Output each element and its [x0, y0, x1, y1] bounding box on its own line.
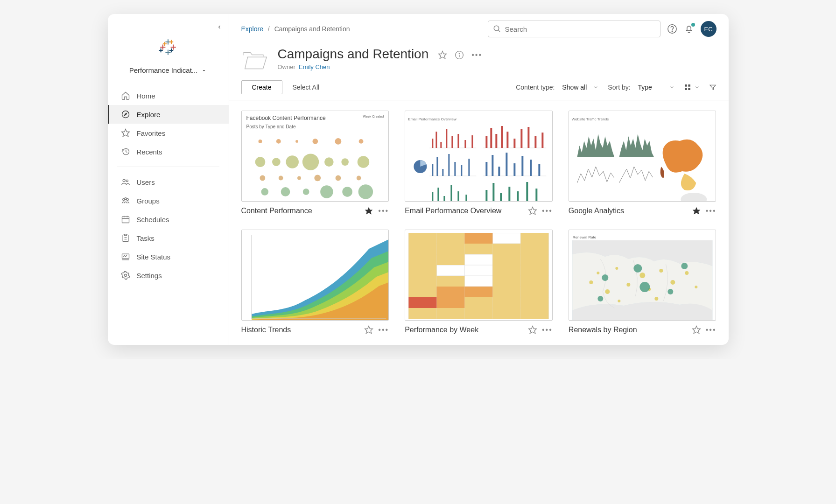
favorite-toggle[interactable] — [528, 325, 537, 335]
svg-line-38 — [498, 30, 500, 32]
svg-point-37 — [494, 26, 499, 31]
create-button[interactable]: Create — [241, 80, 282, 94]
sort-by-selector[interactable]: Sort by: Type — [608, 84, 674, 91]
svg-point-196 — [695, 286, 697, 288]
svg-marker-128 — [529, 207, 537, 215]
select-all-button[interactable]: Select All — [293, 84, 320, 91]
bubble-chart-preview — [246, 129, 384, 199]
card-title[interactable]: Historic Trends — [241, 326, 360, 334]
chevron-down-icon — [694, 84, 700, 90]
card-title[interactable]: Google Analytics — [569, 207, 687, 215]
svg-point-194 — [670, 280, 675, 285]
svg-rect-164 — [408, 276, 436, 287]
breadcrumb-current: Campaigns and Retention — [274, 25, 350, 33]
more-actions-button[interactable]: ••• — [471, 51, 482, 59]
sort-label: Sort by: — [608, 84, 630, 91]
card-more-button[interactable]: ••• — [542, 326, 553, 334]
svg-point-57 — [286, 155, 299, 168]
svg-marker-130 — [692, 207, 700, 215]
star-outline-icon — [364, 325, 373, 335]
favorite-toggle[interactable] — [692, 206, 701, 216]
recent-icon — [121, 147, 130, 156]
svg-rect-175 — [436, 308, 464, 319]
svg-point-70 — [302, 189, 309, 195]
favorite-toggle[interactable] — [364, 206, 373, 216]
svg-point-25 — [124, 198, 126, 200]
card-more-button[interactable]: ••• — [378, 207, 389, 215]
card-thumbnail[interactable]: Renewal Rate — [569, 230, 717, 321]
svg-point-197 — [618, 300, 620, 302]
svg-rect-100 — [432, 164, 433, 176]
owner-link[interactable]: Emily Chen — [299, 63, 330, 70]
sidebar-item-tasks[interactable]: Tasks — [108, 229, 229, 247]
svg-point-63 — [278, 176, 283, 181]
svg-rect-114 — [538, 164, 540, 176]
svg-point-58 — [302, 154, 318, 170]
sidebar-item-home[interactable]: Home — [108, 86, 229, 105]
sidebar-item-favorites[interactable]: Favorites — [108, 124, 229, 142]
content-type-filter[interactable]: Content type: Show all — [516, 84, 598, 91]
sidebar-item-label: Home — [137, 92, 155, 100]
svg-rect-183 — [408, 297, 436, 308]
sidebar-item-recents[interactable]: Recents — [108, 142, 229, 161]
sidebar-item-schedules[interactable]: Schedules — [108, 210, 229, 229]
svg-rect-124 — [508, 187, 510, 202]
favorite-toggle[interactable] — [692, 325, 701, 335]
card-renewals-by-region: Renewal Rate — [569, 230, 717, 335]
svg-rect-173 — [520, 297, 548, 308]
card-thumbnail[interactable]: Email Performance Overview — [405, 111, 553, 202]
sidebar-item-settings[interactable]: Settings — [108, 266, 229, 285]
card-title[interactable]: Email Performance Overview — [405, 207, 523, 215]
card-title[interactable]: Performance by Week — [405, 326, 523, 334]
site-selector[interactable]: Performance Indicat... — [108, 63, 229, 86]
card-more-button[interactable]: ••• — [706, 207, 717, 215]
filter-button[interactable] — [709, 84, 717, 91]
svg-point-65 — [314, 175, 321, 182]
svg-rect-167 — [520, 276, 548, 287]
svg-point-49 — [258, 140, 262, 143]
svg-rect-155 — [492, 244, 520, 254]
page-header: Campaigns and Retention Owner Emily Chen… — [229, 37, 729, 78]
card-more-button[interactable]: ••• — [378, 326, 389, 334]
svg-rect-26 — [122, 217, 129, 223]
folder-open-icon — [241, 49, 268, 72]
user-avatar[interactable]: EC — [701, 21, 717, 37]
sidebar-item-groups[interactable]: Groups — [108, 191, 229, 210]
star-icon — [121, 128, 130, 138]
sidebar-item-users[interactable]: Users — [108, 173, 229, 191]
sidebar-collapse-button[interactable] — [217, 24, 222, 30]
card-more-button[interactable]: ••• — [542, 207, 553, 215]
card-thumbnail[interactable]: Website Traffic Trends — [569, 111, 717, 202]
topbar: Explore / Campaigns and Retention EC — [229, 14, 729, 37]
svg-rect-161 — [408, 265, 436, 276]
card-thumbnail[interactable] — [241, 230, 389, 321]
svg-rect-179 — [464, 233, 492, 244]
card-more-button[interactable]: ••• — [706, 326, 717, 334]
star-outline-icon — [528, 206, 537, 216]
owner-label: Owner — [278, 63, 295, 70]
svg-point-189 — [615, 267, 618, 270]
search-input[interactable] — [505, 25, 655, 33]
view-mode-toggle[interactable] — [684, 84, 700, 91]
favorite-toggle[interactable] — [528, 206, 537, 216]
svg-rect-108 — [492, 155, 493, 176]
favorite-toggle[interactable] — [438, 50, 447, 60]
card-thumbnail[interactable] — [405, 230, 553, 321]
search-box[interactable] — [488, 21, 660, 37]
svg-point-40 — [672, 31, 672, 31]
breadcrumb-root[interactable]: Explore — [241, 25, 263, 33]
help-button[interactable] — [667, 24, 677, 34]
svg-point-55 — [255, 157, 265, 167]
notifications-button[interactable] — [684, 24, 694, 34]
svg-marker-41 — [439, 51, 447, 59]
card-title[interactable]: Renewals by Region — [569, 326, 687, 334]
sidebar-item-explore[interactable]: Explore — [108, 105, 229, 124]
svg-rect-172 — [492, 297, 520, 308]
svg-point-203 — [681, 263, 688, 269]
favorite-toggle[interactable] — [364, 325, 373, 335]
sidebar-item-site-status[interactable]: Site Status — [108, 247, 229, 266]
card-title[interactable]: Content Performance — [241, 207, 360, 215]
info-button[interactable] — [455, 50, 464, 60]
svg-rect-120 — [465, 195, 467, 202]
card-thumbnail[interactable]: Facebook Content Performance Week Create… — [241, 111, 389, 202]
